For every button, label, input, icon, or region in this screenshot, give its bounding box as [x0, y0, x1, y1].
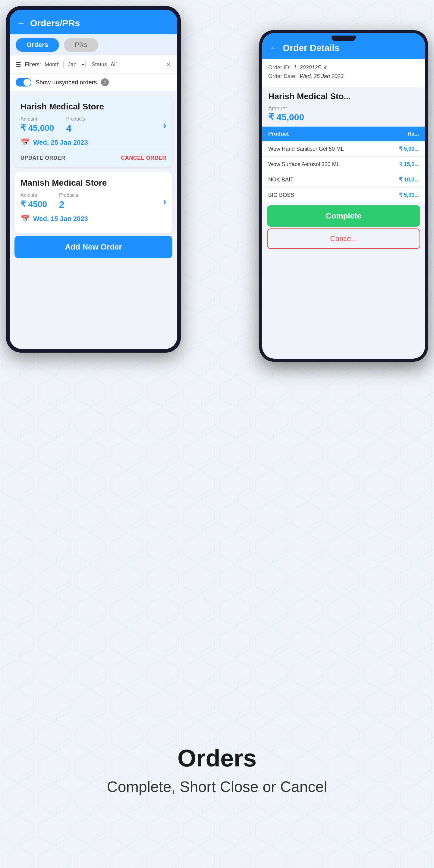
calendar-icon-2: 📅 — [21, 215, 30, 223]
product-name-2: NOK BAIT — [268, 177, 383, 183]
order-meta-2: Amount ₹ 4500 Products 2 › — [21, 193, 166, 210]
order-id-label: Order ID: — [268, 64, 290, 71]
add-new-order-btn[interactable]: Add New Order — [14, 236, 173, 258]
amount-value-2: ₹ 4500 — [21, 199, 47, 209]
screen-title: Orders/PRs — [30, 18, 80, 28]
order-actions-1: UPDATE ORDER CANCEL ORDER — [21, 151, 166, 161]
product-name-3: BIG BOSS — [268, 192, 383, 198]
tab-orders[interactable]: Orders — [16, 38, 59, 52]
filter-icon: ☰ — [16, 61, 21, 68]
order-date-row-1: 📅 Wed, 25 Jan 2023 — [21, 138, 166, 147]
month-select[interactable]: Jan Feb Mar — [63, 60, 86, 69]
product-rate-0: ₹ 5,00... — [383, 146, 419, 152]
phone-left-screen: ← Orders/PRs Orders PRs ☰ Filters: Month… — [10, 10, 177, 349]
filters-label: Filters: — [25, 61, 41, 68]
store-name-1: Harish Medical Store — [21, 102, 166, 112]
product-rate-1: ₹ 15,0... — [383, 161, 419, 167]
bottom-section: Orders Complete, Short Close or Cancel — [0, 733, 434, 808]
calendar-icon-1: 📅 — [21, 138, 30, 147]
store-name-2: Manish Medical Store — [21, 178, 166, 188]
phone-right-screen: ← Order Details Order ID: 1_2030125_4 Or… — [262, 33, 425, 359]
product-row-2: NOK BAIT ₹ 10,0... — [262, 172, 425, 187]
product-row-3: BIG BOSS ₹ 5,00... — [262, 187, 425, 203]
cancel-detail-btn[interactable]: Cance... — [267, 228, 420, 249]
order-card-2[interactable]: Manish Medical Store Amount ₹ 4500 Produ… — [14, 172, 173, 233]
order-date-detail-label: Order Date: — [268, 73, 297, 80]
filter-close-icon[interactable]: ✕ — [166, 61, 171, 68]
products-count-2: 2 — [59, 199, 78, 210]
month-label: Month — [44, 61, 60, 68]
chevron-right-icon-2[interactable]: › — [163, 196, 166, 207]
status-label: Status — [92, 61, 107, 68]
order-date-row: Order Date: Wed, 25 Jan 2023 — [268, 73, 419, 80]
products-block-1: Products 4 — [66, 116, 85, 134]
phone-notch — [332, 36, 355, 41]
col-rate-header: Ra... — [383, 131, 419, 137]
order-card-1[interactable]: Harish Medical Store Amount ₹ 45,000 Pro… — [14, 96, 173, 167]
products-block-2: Products 2 — [59, 193, 78, 210]
product-row-1: Wow Surface Aerosol 320 ML ₹ 15,0... — [262, 157, 425, 172]
cancel-order-btn-1[interactable]: CANCEL ORDER — [121, 155, 166, 161]
tab-prs[interactable]: PRs — [64, 38, 98, 52]
product-row-0: Wow Hand Sanitiser Gel 50 ML ₹ 5,00... — [262, 141, 425, 157]
order-meta-1: Amount ₹ 45,000 Products 4 › — [21, 116, 166, 134]
toggle-knob — [24, 79, 31, 86]
order-info-section: Order ID: 1_2030125_4 Order Date: Wed, 2… — [262, 59, 425, 87]
bottom-title: Orders — [24, 744, 410, 772]
tabs-row: Orders PRs — [10, 34, 177, 56]
order-id-row: Order ID: 1_2030125_4 — [268, 64, 419, 71]
bottom-subtitle: Complete, Short Close or Cancel — [24, 778, 410, 796]
product-name-1: Wow Surface Aerosol 320 ML — [268, 161, 383, 167]
product-rate-2: ₹ 10,0... — [383, 176, 419, 183]
filters-row: ☰ Filters: Month Jan Feb Mar Status All … — [10, 56, 177, 74]
back-arrow-icon[interactable]: ← — [17, 19, 25, 28]
unsynced-toggle[interactable] — [16, 78, 31, 87]
update-order-btn-1[interactable]: UPDATE ORDER — [21, 155, 65, 161]
amount-value-1: ₹ 45,000 — [21, 123, 54, 133]
products-label-2: Products — [59, 193, 78, 198]
order-date-2: Wed, 15 Jan 2023 — [33, 215, 88, 223]
detail-amount-section: Amount ₹ 45,000 — [262, 101, 425, 127]
detail-amount-value: ₹ 45,000 — [268, 112, 419, 122]
detail-store-name: Harish Medical Sto... — [262, 87, 425, 101]
phone-right: ← Order Details Order ID: 1_2030125_4 Or… — [259, 30, 428, 362]
products-count-1: 4 — [66, 123, 85, 134]
amount-block-2: Amount ₹ 4500 — [21, 193, 47, 209]
detail-back-arrow[interactable]: ← — [270, 43, 278, 53]
amount-label-2: Amount — [21, 193, 47, 198]
product-table-header: Product Ra... — [262, 127, 425, 141]
amount-block-1: Amount ₹ 45,000 — [21, 116, 54, 133]
info-icon[interactable]: i — [101, 79, 109, 86]
chevron-right-icon-1[interactable]: › — [163, 120, 166, 131]
unsynced-label: Show unsynced orders — [36, 79, 97, 86]
phone-left: ← Orders/PRs Orders PRs ☰ Filters: Month… — [6, 6, 181, 352]
order-date-1: Wed, 25 Jan 2023 — [33, 138, 88, 147]
order-id-value: 1_2030125_4 — [293, 64, 327, 71]
left-screen-header: ← Orders/PRs — [10, 10, 177, 34]
amount-label-1: Amount — [21, 116, 54, 122]
detail-title: Order Details — [283, 43, 339, 53]
detail-amount-label: Amount — [268, 105, 419, 112]
products-label-1: Products — [66, 116, 85, 122]
status-all: All — [111, 61, 117, 68]
order-date-row-2: 📅 Wed, 15 Jan 2023 — [21, 215, 166, 223]
unsynced-row: Show unsynced orders i — [10, 74, 177, 91]
order-date-detail-value: Wed, 25 Jan 2023 — [300, 73, 344, 80]
product-name-0: Wow Hand Sanitiser Gel 50 ML — [268, 146, 383, 152]
product-rate-3: ₹ 5,00... — [383, 192, 419, 198]
complete-btn[interactable]: Complete — [267, 205, 420, 227]
col-product-header: Product — [268, 131, 377, 137]
